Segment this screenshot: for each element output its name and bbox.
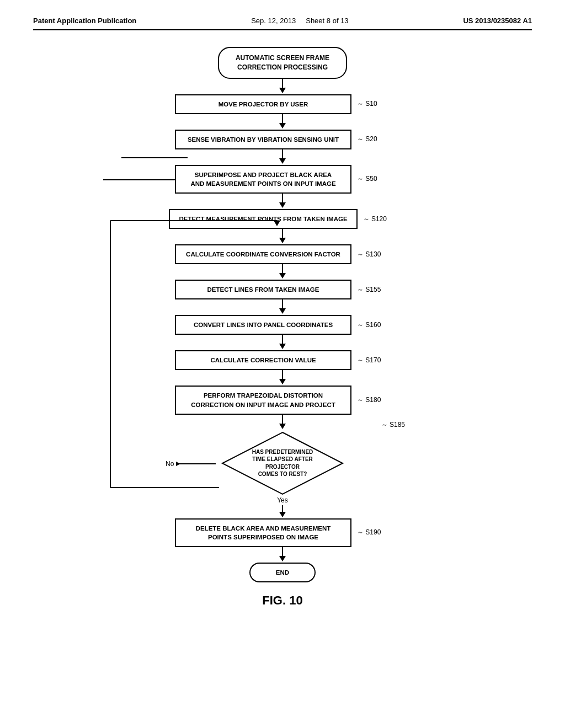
page-header: Patent Application Publication Sep. 12, … — [33, 17, 532, 30]
flow-s190-label: ～ S190 — [357, 528, 390, 537]
flow-s10-row: MOVE PROJECTOR BY USER ～ S10 — [33, 94, 532, 114]
flow-s185-label: ～ S185 — [381, 420, 405, 430]
flow-s120-box: DETECT MEASUREMENT POINTS FROM TAKEN IMA… — [169, 209, 357, 229]
svg-marker-22 — [176, 462, 180, 466]
diamond-text: HAS PREDETERMINEDTIME ELAPSED AFTER PROJ… — [241, 448, 324, 478]
flow-start-box: AUTOMATIC SCREEN FRAMECORRECTION PROCESS… — [218, 47, 347, 79]
arrow-12 — [277, 547, 288, 563]
flow-s190-row: DELETE BLACK AREA AND MEASUREMENTPOINTS … — [33, 518, 532, 547]
flow-s155-label: ～ S155 — [357, 285, 390, 295]
fig-label: FIG. 10 — [262, 593, 302, 608]
flowchart: AUTOMATIC SCREEN FRAMECORRECTION PROCESS… — [33, 47, 532, 608]
arrow-7 — [277, 299, 288, 315]
flow-s120-label: ～ S120 — [363, 215, 396, 224]
svg-marker-17 — [279, 379, 286, 384]
no-label: No — [166, 460, 174, 468]
arrow-8 — [277, 335, 288, 350]
svg-marker-9 — [279, 238, 286, 243]
page: Patent Application Publication Sep. 12, … — [0, 0, 565, 728]
svg-marker-13 — [279, 308, 286, 314]
flow-s20-label: ～ S20 — [357, 135, 390, 144]
flow-start-row: AUTOMATIC SCREEN FRAMECORRECTION PROCESS… — [33, 47, 532, 79]
flow-s185-row: ～ S185 HAS PREDETERMINEDTIME ELAPSED AFT… — [33, 430, 532, 496]
svg-marker-7 — [279, 202, 286, 208]
svg-marker-26 — [279, 556, 286, 561]
svg-marker-5 — [279, 158, 286, 164]
svg-marker-1 — [279, 88, 286, 93]
svg-marker-24 — [279, 512, 286, 517]
header-center: Sep. 12, 2013 Sheet 8 of 13 — [251, 17, 348, 25]
flow-s160-label: ～ S160 — [357, 320, 390, 330]
header-left: Patent Application Publication — [33, 17, 136, 25]
flow-s130-row: CALCULATE COORDINATE CONVERSION FACTOR ～… — [33, 244, 532, 264]
flow-s155-box: DETECT LINES FROM TAKEN IMAGE — [175, 280, 351, 299]
arrow-1 — [277, 79, 288, 94]
flow-s170-box: CALCULATE CORRECTION VALUE — [175, 350, 351, 370]
flow-s160-box: CONVERT LINES INTO PANEL COORDINATES — [175, 315, 351, 335]
svg-marker-15 — [279, 344, 286, 349]
flow-s20-box: SENSE VIBRATION BY VIBRATION SENSING UNI… — [175, 130, 351, 149]
flow-end-row: END — [33, 563, 532, 582]
flow-s130-box: CALCULATE COORDINATE CONVERSION FACTOR — [175, 244, 351, 264]
yes-branch: Yes — [277, 496, 288, 518]
arrow-5 — [277, 229, 288, 244]
flow-s50-label: ～ S50 — [357, 174, 390, 184]
svg-marker-19 — [279, 424, 286, 429]
flow-s190-box: DELETE BLACK AREA AND MEASUREMENTPOINTS … — [175, 518, 351, 547]
arrow-9 — [277, 370, 288, 386]
arrow-6 — [277, 264, 288, 280]
flow-s20-row: SENSE VIBRATION BY VIBRATION SENSING UNI… — [33, 130, 532, 149]
flow-s10-box: MOVE PROJECTOR BY USER — [175, 94, 351, 114]
arrow-2 — [277, 114, 288, 130]
header-date: Sep. 12, 2013 — [251, 17, 296, 25]
flow-s180-label: ～ S180 — [357, 395, 390, 405]
flow-s120-row: DETECT MEASUREMENT POINTS FROM TAKEN IMA… — [33, 209, 532, 229]
no-branch: No — [166, 460, 220, 468]
svg-marker-11 — [279, 273, 286, 279]
svg-marker-3 — [279, 123, 286, 129]
flow-s160-row: CONVERT LINES INTO PANEL COORDINATES ～ S… — [33, 315, 532, 335]
yes-label: Yes — [277, 496, 288, 504]
header-right: US 2013/0235082 A1 — [463, 17, 532, 25]
arrow-11 — [277, 505, 288, 518]
flow-end-box: END — [249, 563, 316, 582]
flow-s50-box: SUPERIMPOSE AND PROJECT BLACK AREAAND ME… — [175, 165, 351, 194]
flow-s170-label: ～ S170 — [357, 356, 390, 365]
arrow-4 — [277, 194, 288, 209]
flow-s50-row: SUPERIMPOSE AND PROJECT BLACK AREAAND ME… — [33, 165, 532, 194]
flow-s180-row: PERFORM TRAPEZOIDAL DISTORTIONCORRECTION… — [33, 386, 532, 414]
flow-s180-box: PERFORM TRAPEZOIDAL DISTORTIONCORRECTION… — [175, 386, 351, 414]
flow-s130-label: ～ S130 — [357, 250, 390, 259]
arrow-3 — [277, 149, 288, 165]
header-sheet: Sheet 8 of 13 — [306, 17, 348, 25]
flow-s10-label: ～ S10 — [357, 99, 390, 109]
flow-s155-row: DETECT LINES FROM TAKEN IMAGE ～ S155 — [33, 280, 532, 299]
arrow-10 — [277, 415, 288, 430]
flow-s170-row: CALCULATE CORRECTION VALUE ～ S170 — [33, 350, 532, 370]
no-arrow — [176, 460, 220, 468]
